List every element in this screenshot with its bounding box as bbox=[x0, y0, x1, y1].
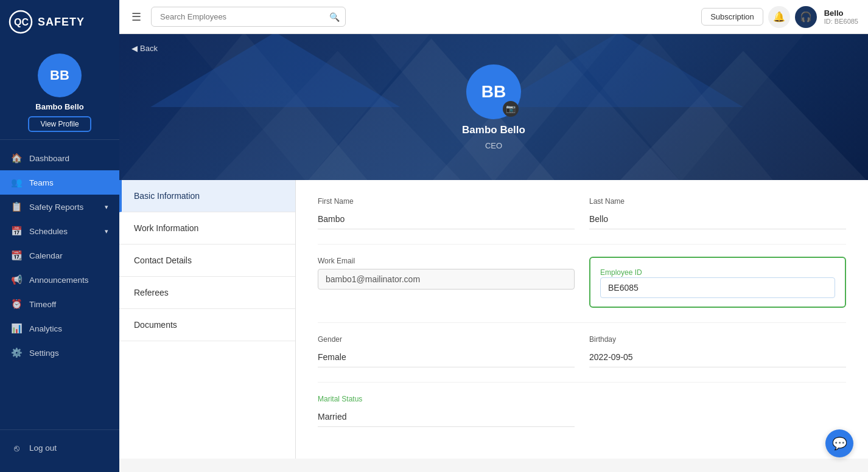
notifications-button[interactable]: 🔔 bbox=[768, 6, 790, 28]
name-row: First Name Bambo Last Name Bello bbox=[318, 197, 846, 229]
sidebar-item-dashboard[interactable]: 🏠 Dashboard bbox=[0, 146, 119, 170]
employee-id-group: Employee ID BE6085 bbox=[589, 257, 846, 308]
marital-status-group: Marital Status Married bbox=[318, 395, 575, 427]
search-bar: 🔍 bbox=[151, 7, 346, 27]
sidebar-item-calendar[interactable]: 📆 Calendar bbox=[0, 243, 119, 268]
logo: QC SAFETY bbox=[0, 0, 119, 44]
chat-icon: 💬 bbox=[832, 436, 847, 451]
logo-icon: QC bbox=[9, 10, 33, 34]
first-name-group: First Name Bambo bbox=[318, 197, 575, 229]
tab-documents[interactable]: Documents bbox=[119, 309, 295, 341]
marital-row: Marital Status Married bbox=[318, 395, 846, 427]
headset-icon: 🎧 bbox=[800, 11, 812, 23]
bell-icon: 🔔 bbox=[773, 11, 785, 23]
work-email-group: Work Email bambo1@mailinator.com bbox=[318, 257, 575, 308]
sidebar-item-schedules[interactable]: 📅 Schedules ▾ bbox=[0, 219, 119, 243]
gender-label: Gender bbox=[318, 335, 575, 344]
search-icon: 🔍 bbox=[329, 12, 340, 22]
clock-icon: ⏰ bbox=[11, 299, 22, 310]
left-tabs: Basic Information Work Information Conta… bbox=[119, 180, 296, 459]
svg-text:QC: QC bbox=[14, 17, 29, 27]
sidebar-item-analytics[interactable]: 📊 Analytics bbox=[0, 316, 119, 341]
employee-id-label: Employee ID bbox=[600, 268, 642, 277]
sidebar-item-label: Safety Reports bbox=[29, 203, 83, 212]
tab-basic-information[interactable]: Basic Information bbox=[119, 180, 295, 212]
view-profile-button[interactable]: View Profile bbox=[28, 116, 91, 132]
tab-contact-details[interactable]: Contact Details bbox=[119, 245, 295, 277]
subscription-button[interactable]: Subscription bbox=[701, 8, 763, 26]
sidebar-item-announcements[interactable]: 📢 Announcements bbox=[0, 268, 119, 292]
teams-icon: 👥 bbox=[11, 177, 22, 188]
sidebar-nav: 🏠 Dashboard 👥 Teams 📋 Safety Reports ▾ 📅… bbox=[0, 140, 119, 429]
last-name-label: Last Name bbox=[589, 197, 846, 206]
calendar2-icon: 📆 bbox=[11, 250, 22, 261]
profile-banner: ◀ Back BB 📷 Bambo Bello CEO bbox=[119, 34, 868, 180]
banner-user-role: CEO bbox=[485, 141, 502, 150]
sidebar-item-label: Settings bbox=[29, 349, 59, 358]
camera-icon: 📷 bbox=[506, 104, 516, 113]
avatar: BB bbox=[38, 54, 82, 97]
chat-bubble-button[interactable]: 💬 bbox=[825, 429, 853, 457]
analytics-icon: 📊 bbox=[11, 323, 22, 334]
chevron-down-icon: ▾ bbox=[105, 227, 108, 235]
divider-1 bbox=[318, 244, 846, 245]
hamburger-button[interactable]: ☰ bbox=[129, 8, 144, 26]
tab-work-information[interactable]: Work Information bbox=[119, 212, 295, 245]
chevron-down-icon: ▾ bbox=[105, 203, 108, 211]
marital-status-label: Marital Status bbox=[318, 395, 575, 403]
sidebar-item-label: Dashboard bbox=[29, 154, 69, 163]
camera-button[interactable]: 📷 bbox=[503, 101, 519, 117]
email-id-row: Work Email bambo1@mailinator.com Employe… bbox=[318, 257, 846, 308]
first-name-label: First Name bbox=[318, 197, 575, 206]
work-email-label: Work Email bbox=[318, 257, 575, 265]
sidebar-item-teams[interactable]: 👥 Teams bbox=[0, 170, 119, 195]
banner-avatar: BB 📷 bbox=[466, 64, 521, 119]
sidebar-footer: ⎋ Log out bbox=[0, 429, 119, 472]
support-button[interactable]: 🎧 bbox=[795, 6, 817, 28]
birthday-label: Birthday bbox=[589, 335, 846, 344]
logout-label: Log out bbox=[29, 443, 57, 453]
back-label: Back bbox=[140, 44, 158, 53]
sidebar-item-label: Calendar bbox=[29, 251, 63, 260]
sidebar-item-label: Announcements bbox=[29, 276, 89, 285]
sidebar-item-label: Teams bbox=[29, 178, 54, 187]
gender-birthday-row: Gender Female Birthday 2022-09-05 bbox=[318, 335, 846, 367]
logout-button[interactable]: ⎋ Log out bbox=[0, 436, 119, 460]
divider-3 bbox=[318, 382, 846, 383]
header-right: Subscription 🔔 🎧 Bello ID: BE6085 bbox=[701, 6, 858, 28]
content-area: Basic Information Work Information Conta… bbox=[119, 180, 868, 459]
chevron-left-icon: ◀ bbox=[131, 44, 138, 53]
announcement-icon: 📢 bbox=[11, 274, 22, 285]
work-email-value: bambo1@mailinator.com bbox=[318, 269, 575, 290]
settings-icon: ⚙️ bbox=[11, 347, 22, 358]
divider-2 bbox=[318, 322, 846, 323]
tab-referees[interactable]: Referees bbox=[119, 277, 295, 309]
sidebar-item-label: Timeoff bbox=[29, 300, 56, 309]
page-content: ◀ Back BB 📷 Bambo Bello CEO Basic Inform… bbox=[119, 34, 868, 472]
banner-avatar-initials: BB bbox=[481, 82, 506, 102]
sidebar-item-timeoff[interactable]: ⏰ Timeoff bbox=[0, 292, 119, 316]
sidebar-user-name: Bambo Bello bbox=[35, 102, 83, 111]
gender-value: Female bbox=[318, 347, 575, 367]
banner-content: BB 📷 Bambo Bello CEO bbox=[462, 64, 525, 150]
clipboard-icon: 📋 bbox=[11, 201, 22, 212]
sidebar-profile: BB Bambo Bello View Profile bbox=[0, 44, 119, 140]
back-button[interactable]: ◀ Back bbox=[131, 44, 158, 53]
header-user-name: Bello bbox=[824, 9, 858, 18]
logout-icon: ⎋ bbox=[11, 443, 22, 453]
header-user-info: Bello ID: BE6085 bbox=[824, 9, 858, 25]
sidebar-item-label: Analytics bbox=[29, 324, 62, 333]
main-content: ☰ 🔍 Subscription 🔔 🎧 Bello ID: BE6085 bbox=[119, 0, 868, 472]
gender-group: Gender Female bbox=[318, 335, 575, 367]
home-icon: 🏠 bbox=[11, 153, 22, 164]
sidebar-item-label: Schedules bbox=[29, 227, 68, 236]
sidebar-item-settings[interactable]: ⚙️ Settings bbox=[0, 341, 119, 365]
search-input[interactable] bbox=[151, 7, 346, 27]
calendar-icon: 📅 bbox=[11, 226, 22, 237]
first-name-value: Bambo bbox=[318, 209, 575, 229]
last-name-value: Bello bbox=[589, 209, 846, 229]
last-name-group: Last Name Bello bbox=[589, 197, 846, 229]
logo-text: SAFETY bbox=[38, 16, 85, 29]
sidebar-item-safety-reports[interactable]: 📋 Safety Reports ▾ bbox=[0, 195, 119, 219]
banner-user-name: Bambo Bello bbox=[462, 124, 525, 136]
